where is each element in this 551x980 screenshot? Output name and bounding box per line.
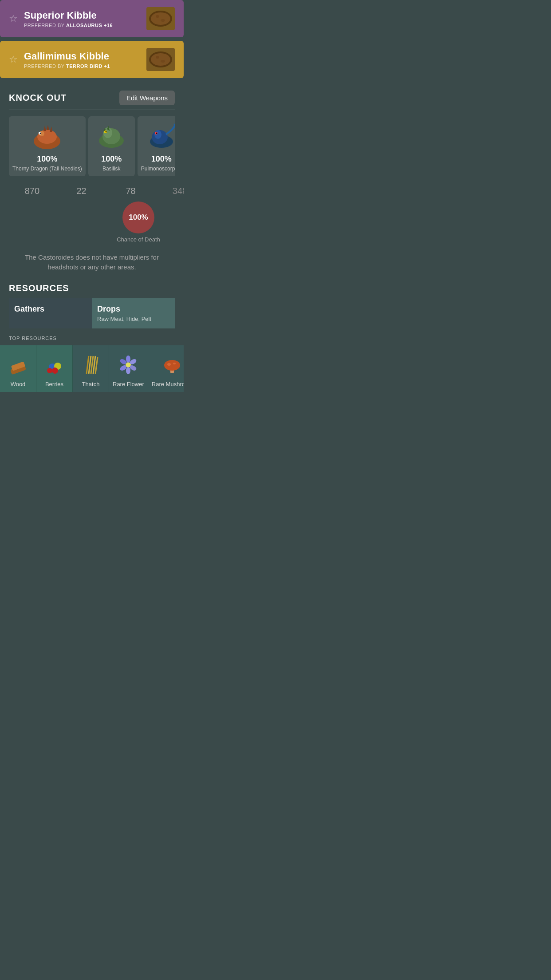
drops-title: Drops bbox=[97, 304, 169, 314]
svg-point-27 bbox=[156, 133, 157, 134]
resource-icon bbox=[76, 352, 105, 378]
svg-point-6 bbox=[156, 56, 159, 59]
svg-point-61 bbox=[167, 363, 171, 366]
kibble-card-superior[interactable]: ☆ Superior Kibble PREFERRED BY ALLOSAURU… bbox=[0, 0, 184, 37]
weapon-count: 22 bbox=[58, 183, 105, 196]
chance-death-label: Chance of Death bbox=[117, 236, 160, 243]
weapon-percent: 100% bbox=[12, 154, 82, 164]
resource-item[interactable]: Wood bbox=[0, 345, 36, 392]
kibble-section: ☆ Superior Kibble PREFERRED BY ALLOSAURU… bbox=[0, 0, 184, 78]
weapons-list: 100% Thorny Dragon (Tail Needles) 100% B… bbox=[9, 116, 175, 180]
kibble-card-gallimimus[interactable]: ☆ Gallimimus Kibble PREFERRED BY TERROR … bbox=[0, 41, 184, 78]
weapon-card[interactable]: 100% Pulmonoscorpius bbox=[138, 116, 175, 176]
resource-item[interactable]: Rare Flower bbox=[109, 345, 148, 392]
weapon-icon bbox=[94, 121, 129, 152]
svg-point-46 bbox=[47, 368, 52, 373]
resource-name: Berries bbox=[40, 381, 69, 388]
resources-title: RESOURCES bbox=[9, 283, 69, 293]
svg-point-62 bbox=[173, 363, 176, 364]
svg-marker-13 bbox=[50, 126, 52, 132]
drops-box: Drops Raw Meat, Hide, Pelt bbox=[92, 298, 175, 328]
svg-point-56 bbox=[126, 367, 130, 374]
resource-item[interactable]: Berries bbox=[36, 345, 73, 392]
drops-items: Raw Meat, Hide, Pelt bbox=[97, 316, 169, 322]
kibble-name: Superior Kibble bbox=[24, 10, 146, 21]
weapon-counts: 870227834859 bbox=[0, 180, 184, 196]
resource-name: Thatch bbox=[76, 381, 105, 388]
weapon-name: Thorny Dragon (Tail Needles) bbox=[12, 166, 82, 173]
resources-section: RESOURCES Gathers Drops Raw Meat, Hide, … bbox=[0, 283, 184, 328]
svg-point-5 bbox=[151, 53, 170, 66]
edit-weapons-button[interactable]: Edit Weapons bbox=[119, 91, 175, 105]
svg-line-51 bbox=[95, 357, 98, 374]
kibble-preferred: PREFERRED BY TERROR BIRD +1 bbox=[24, 63, 146, 69]
gathers-drops: Gathers Drops Raw Meat, Hide, Pelt bbox=[9, 298, 175, 328]
resource-icon bbox=[4, 352, 32, 378]
svg-marker-12 bbox=[47, 125, 49, 130]
weapon-card[interactable]: 100% Thorny Dragon (Tail Needles) bbox=[9, 116, 86, 176]
resource-icon bbox=[152, 352, 184, 378]
resource-icon bbox=[113, 352, 144, 378]
svg-point-60 bbox=[164, 360, 180, 371]
svg-point-7 bbox=[161, 60, 165, 63]
top-resources-label: TOP RESOURCES bbox=[0, 336, 184, 341]
resource-item[interactable]: Rare Mushroom bbox=[148, 345, 184, 392]
svg-point-53 bbox=[126, 356, 130, 363]
kibble-preferred: PREFERRED BY ALLOSAURUS +16 bbox=[24, 23, 146, 28]
weapon-count: 348 bbox=[157, 183, 184, 196]
star-icon: ☆ bbox=[9, 54, 18, 65]
svg-point-45 bbox=[52, 368, 58, 374]
knockout-section: KNOCK OUT Edit Weapons 100% Thorny Drago… bbox=[0, 82, 184, 180]
weapon-name: Pulmonoscorpius bbox=[141, 166, 175, 173]
svg-point-22 bbox=[106, 131, 107, 133]
star-icon: ☆ bbox=[9, 13, 18, 24]
resource-name: Wood bbox=[4, 381, 32, 388]
resources-header: RESOURCES bbox=[9, 283, 175, 298]
weapon-name: Basilisk bbox=[92, 166, 131, 173]
resource-item[interactable]: Thatch bbox=[73, 345, 109, 392]
svg-point-3 bbox=[161, 19, 165, 22]
weapon-percent: 100% bbox=[92, 154, 131, 164]
chance-death-container: 100% Chance of Death bbox=[0, 196, 184, 248]
gathers-box: Gathers bbox=[9, 298, 92, 328]
svg-point-2 bbox=[156, 15, 159, 18]
weapon-icon bbox=[29, 121, 65, 152]
svg-point-1 bbox=[151, 12, 170, 25]
kibble-image bbox=[146, 7, 175, 30]
svg-marker-11 bbox=[43, 126, 46, 131]
weapon-icon bbox=[144, 121, 175, 152]
weapon-card[interactable]: 100% Basilisk bbox=[88, 116, 135, 176]
svg-point-15 bbox=[40, 133, 41, 134]
resource-name: Rare Flower bbox=[113, 381, 144, 388]
chance-death-circle: 100% bbox=[122, 202, 154, 233]
weapon-percent: 100% bbox=[141, 154, 175, 164]
kibble-image bbox=[146, 48, 175, 71]
weapon-count: 78 bbox=[107, 183, 154, 196]
resource-name: Rare Mushroom bbox=[152, 381, 184, 388]
resource-icon bbox=[40, 352, 69, 378]
kibble-name: Gallimimus Kibble bbox=[24, 51, 146, 62]
resources-grid: Wood Berries Thatch Rare Flower Rare Mus… bbox=[0, 345, 184, 392]
weapon-count: 870 bbox=[9, 183, 55, 196]
knockout-header: KNOCK OUT Edit Weapons bbox=[9, 91, 175, 110]
svg-point-25 bbox=[154, 130, 161, 139]
knockout-title: KNOCK OUT bbox=[9, 93, 67, 103]
multiplier-note: The Castoroides does not have multiplier… bbox=[0, 248, 184, 283]
